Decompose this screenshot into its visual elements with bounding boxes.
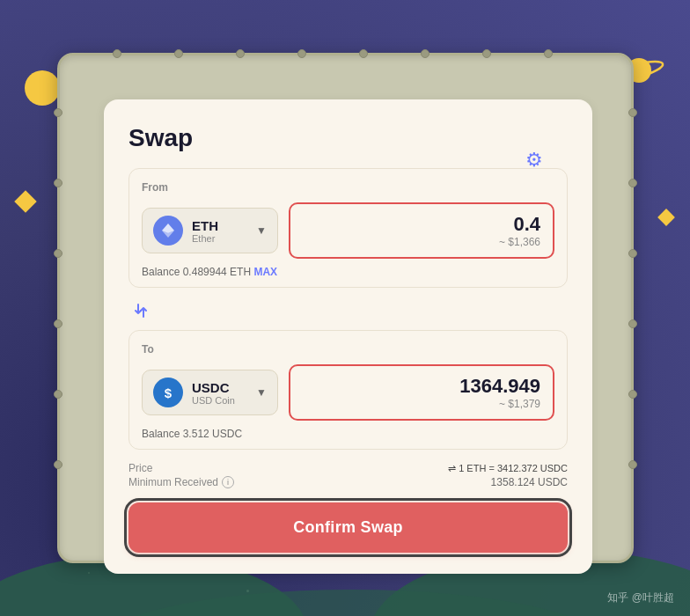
from-token-info: ETH Ether (192, 218, 218, 244)
panel-dot (544, 49, 553, 58)
from-amount-usd: ~ $1,366 (303, 236, 540, 248)
to-section: To $ USDC USD Coin ▼ 1364.949 ~ $1,379 (128, 330, 568, 450)
panel-dot (54, 249, 62, 258)
panel-dot (54, 390, 62, 399)
to-token-symbol: USDC (192, 380, 235, 395)
to-amount-value: 1364.949 (303, 375, 540, 398)
to-token-info: USDC USD Coin (192, 380, 235, 406)
panel-dot (628, 390, 637, 399)
panel-dot (628, 179, 637, 187)
to-amount-usd: ~ $1,379 (303, 398, 540, 410)
price-info-row: Price ⇌ 1 ETH = 3412.372 USDC (128, 457, 568, 476)
from-token-name: Ether (192, 233, 218, 244)
price-value: ⇌ 1 ETH = 3412.372 USDC (448, 463, 568, 474)
panel-dot (628, 319, 637, 328)
from-balance: Balance 0.489944 ETH MAX (142, 266, 554, 278)
to-token-selector[interactable]: $ USDC USD Coin ▼ (142, 370, 278, 415)
confirm-swap-button[interactable]: Confirm Swap (128, 502, 568, 553)
swap-direction (128, 295, 568, 326)
minimum-received-label: Minimum Received i (128, 476, 234, 488)
panel-dot (628, 460, 637, 469)
from-label: From (142, 181, 554, 194)
swap-card: Swap ⚙ From ETH Ether ▼ 0.4 (104, 99, 592, 574)
to-label: To (142, 343, 554, 356)
price-label: Price (128, 462, 152, 474)
panel-dot (113, 49, 121, 58)
panel-dot (54, 460, 62, 469)
panel-dot (236, 49, 245, 58)
panel-dot (54, 108, 62, 117)
settings-icon[interactable]: ⚙ (525, 149, 543, 172)
panel-dot (174, 49, 183, 58)
to-chevron-icon: ▼ (256, 386, 267, 399)
panel-dot (359, 49, 368, 58)
usdc-icon: $ (153, 378, 183, 407)
to-balance: Balance 3.512 USDC (142, 428, 554, 440)
from-amount-box[interactable]: 0.4 ~ $1,366 (289, 202, 554, 259)
page-title: Swap (128, 124, 193, 151)
panel-dot (628, 108, 637, 117)
panel-dot (54, 179, 62, 187)
panel-dot (482, 49, 491, 58)
from-section: From ETH Ether ▼ 0.4 ~ $1,366 (128, 168, 568, 288)
minimum-received-value: 1358.124 USDC (491, 476, 568, 488)
to-token-name: USD Coin (192, 395, 235, 406)
yellow-circle-decoration (25, 70, 60, 106)
from-token-symbol: ETH (192, 218, 218, 233)
from-amount-value: 0.4 (303, 213, 540, 236)
panel-dot (421, 49, 429, 58)
minimum-received-row: Minimum Received i 1358.124 USDC (128, 476, 568, 494)
main-panel: Swap ⚙ From ETH Ether ▼ 0.4 (57, 53, 634, 563)
panel-dot (297, 49, 306, 58)
minimum-received-info-icon[interactable]: i (222, 476, 234, 488)
swap-arrows-button[interactable] (128, 298, 153, 323)
panel-dot (628, 249, 637, 258)
from-chevron-icon: ▼ (256, 224, 267, 237)
eth-icon (153, 216, 183, 246)
max-button[interactable]: MAX (253, 266, 277, 278)
from-token-selector[interactable]: ETH Ether ▼ (142, 208, 278, 253)
panel-dot (54, 319, 62, 328)
watermark: 知乎 @叶胜超 (607, 590, 674, 605)
to-amount-box: 1364.949 ~ $1,379 (289, 364, 554, 421)
